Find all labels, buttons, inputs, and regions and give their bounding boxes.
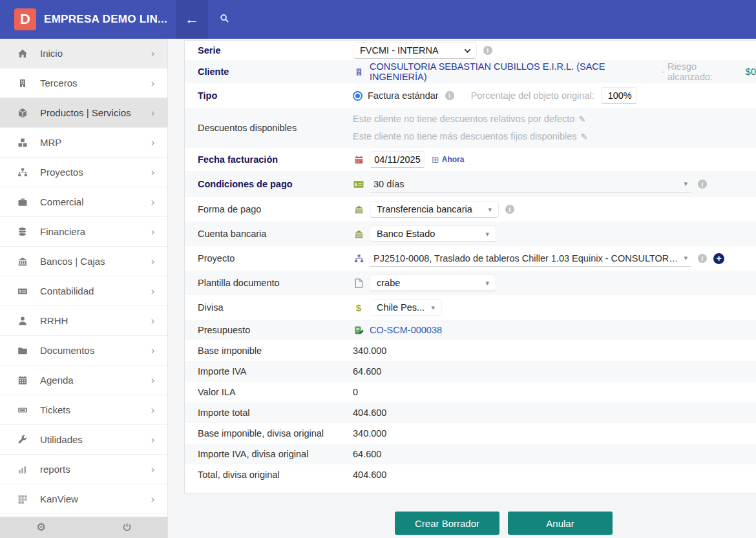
briefcase-icon [17,197,28,207]
condiciones-select[interactable]: 30 días ▾ [370,176,691,192]
total-value: 64.600 [353,449,381,459]
form-row-total: Importe IVA 64.600 [185,361,756,382]
power-icon[interactable] [122,522,132,532]
brand[interactable]: D EMPRESA DEMO LIN... [0,8,168,30]
search-button[interactable] [220,14,229,26]
serie-select[interactable]: FVCMI - INTERNA [353,42,477,59]
forma-pago-select[interactable]: Transferencia bancaria ▾ [370,201,499,218]
form-row-total: Total, divisa original 404.600 [185,464,756,485]
sidebar-item-label: Inicio [40,48,151,59]
divisa-label: Divisa [198,302,353,313]
chevron-right-icon: › [151,285,154,297]
cancel-button[interactable]: Anular [508,512,613,535]
chevron-right-icon: › [151,434,154,446]
info-icon[interactable]: i [698,180,707,189]
gear-icon[interactable]: ⚙ [36,521,46,534]
info-icon[interactable]: i [698,254,707,263]
sidebar-item-label: Financiera [40,226,151,237]
serie-label: Serie [198,45,353,56]
ahora-link[interactable]: Ahora [442,155,465,164]
radio-factura-estandar[interactable] [353,91,362,101]
sitemap-icon [17,167,28,178]
sidebar-item-terceros[interactable]: Terceros › [0,68,167,98]
pct-input[interactable]: 100% [601,87,637,104]
sidebar-footer: ⚙ [0,517,167,538]
sidebar-item-label: Proyectos [40,167,151,178]
sidebar-item-bancos-cajas[interactable]: Bancos | Cajas › [0,247,167,276]
descuentos-line1: Este cliente no tiene descuentos relativ… [353,114,574,124]
sidebar-item-kanview[interactable]: KanView › [0,484,167,514]
forma-pago-value: Transferencia bancaria [377,204,472,214]
info-icon[interactable]: i [445,91,454,100]
package-icon [17,108,28,118]
total-label: Base imponible, divisa original [198,428,353,439]
divisa-select[interactable]: Chile Pes... ▾ [370,299,442,316]
home-icon [17,48,28,59]
bar-chart-icon [17,464,28,475]
ticket-icon [17,405,28,415]
back-button[interactable]: ← [176,0,208,39]
sidebar-item-agenda[interactable]: Agenda › [0,366,167,395]
sidebar-item-comercial[interactable]: Comercial › [0,187,167,217]
form-row-divisa: Divisa $ Chile Pes... ▾ [185,295,756,320]
sidebar-item-inicio[interactable]: Inicio › [0,39,167,68]
proposal-icon [353,326,364,335]
cliente-label: Cliente [198,67,353,77]
tipo-label: Tipo [198,90,353,101]
sidebar-item-contabilidad[interactable]: $ Contabilidad › [0,276,167,306]
user-icon [17,316,28,326]
caret-down-icon: ▾ [678,254,688,262]
info-icon[interactable]: i [483,46,492,55]
proyecto-select[interactable]: PJ2510-0008, Traslado de tableros Chille… [370,251,691,267]
sidebar-item-utilidades[interactable]: Utilidades › [0,425,167,455]
sidebar-item-label: reports [40,464,151,475]
calendar-icon [17,375,28,386]
sidebar-item-financiera[interactable]: Financiera › [0,217,167,247]
cuenta-select[interactable]: Banco Estado ▾ [370,225,496,242]
chevron-right-icon: › [151,375,154,386]
edit-pencil-icon[interactable]: ✎ [578,114,585,124]
sidebar-item-label: KanView [40,493,151,504]
money-check-icon: $ [17,286,28,296]
sidebar-item-mrp[interactable]: MRP › [0,128,167,158]
sidebar-item-productos-servicios[interactable]: Productos | Servicios › [0,98,167,128]
sidebar-item-tickets[interactable]: Tickets › [0,395,167,425]
folder-icon [17,346,28,356]
company-icon [353,68,364,76]
back-arrow-icon: ← [185,11,199,28]
edit-pencil-icon[interactable]: ✎ [581,132,588,141]
cliente-link[interactable]: CONSULTORIA SEBASTIAN CUBILLOS E.I.R.L. … [370,61,659,82]
add-project-button[interactable]: + [713,253,724,264]
bank-icon [17,256,28,267]
form-row-total: Valor ILA 0 [185,382,756,402]
chevron-right-icon: › [151,315,154,327]
presupuesto-link[interactable]: CO-SCM-000038 [370,325,442,335]
search-icon [220,14,229,26]
form-row-total: Base imponible, divisa original 340.000 [185,423,756,444]
caret-down-icon: ▾ [479,279,489,287]
risk-label: Riesgo alcanzado: [667,61,743,82]
sidebar-item-label: Agenda [40,375,151,386]
descuentos-line2: Este cliente no tiene más descuentos fij… [353,131,577,141]
chevron-right-icon: › [151,256,154,267]
fecha-input[interactable]: 04/11/2025 [370,151,425,168]
sidebar-item-label: Terceros [40,78,151,88]
plantilla-select[interactable]: crabe ▾ [370,274,496,291]
chevron-right-icon: › [151,404,154,416]
form-row-serie: Serie FVCMI - INTERNA i [185,41,756,60]
form-row-total: Importe IVA, divisa original 64.600 [185,444,756,464]
total-value: 404.600 [353,408,386,418]
info-icon[interactable]: i [505,205,514,214]
proyecto-label: Proyecto [198,253,353,264]
total-value: 340.000 [353,346,386,356]
chevron-right-icon: › [151,226,154,238]
total-value: 340.000 [353,428,386,439]
create-draft-button[interactable]: Crear Borrador [395,512,499,535]
sidebar-item-proyectos[interactable]: Proyectos › [0,158,167,187]
datepicker-icon[interactable]: ⊞ [432,154,439,165]
sidebar-item-rrhh[interactable]: RRHH › [0,306,167,336]
sidebar-item-documentos[interactable]: Documentos › [0,336,167,366]
sidebar-item-reports[interactable]: reports › [0,455,167,484]
total-value: 404.600 [353,470,386,480]
app-logo-icon[interactable]: D [14,8,36,30]
